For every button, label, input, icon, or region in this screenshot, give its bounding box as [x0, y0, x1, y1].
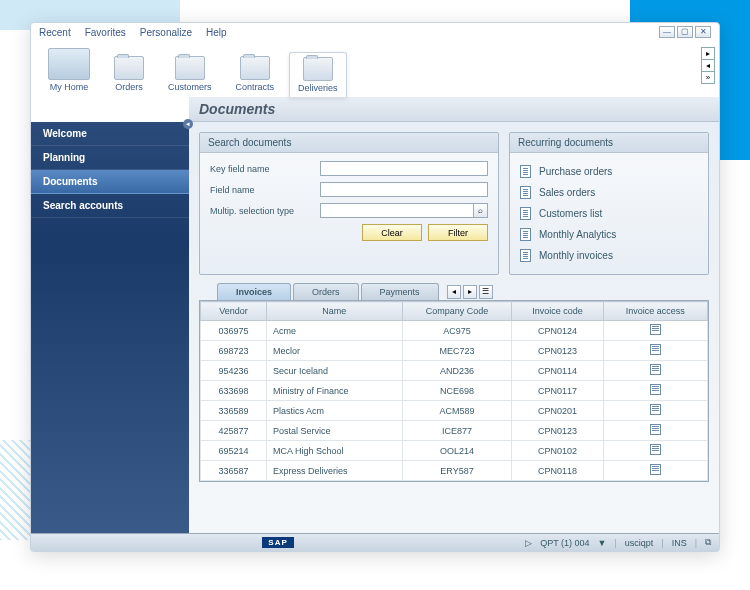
field-name-input[interactable]	[320, 182, 488, 197]
key-field-input[interactable]	[320, 161, 488, 176]
field-name-label: Field name	[210, 185, 320, 195]
nav-more-icon[interactable]: »	[702, 72, 714, 83]
document-icon	[520, 207, 531, 220]
recurring-header: Recurring documents	[510, 133, 708, 153]
column-header[interactable]: Invoice access	[603, 302, 707, 321]
column-header[interactable]: Vendor	[201, 302, 267, 321]
sidebar-item-planning[interactable]: Planning	[31, 146, 189, 170]
close-button[interactable]: ✕	[695, 26, 711, 38]
sidebar-item-search-accounts[interactable]: Search accounts	[31, 194, 189, 218]
toolbar-orders-label: Orders	[115, 82, 143, 92]
table-row[interactable]: 698723MeclorMEC723CPN0123	[201, 341, 708, 361]
access-icon[interactable]	[650, 404, 661, 415]
toolbar-myhome[interactable]: My Home	[39, 43, 99, 97]
cell-invoice: CPN0123	[512, 341, 603, 361]
toolbar-nav: ▸ ◂ »	[701, 47, 715, 84]
menu-favorites[interactable]: Favorites	[85, 27, 126, 38]
recurring-item[interactable]: Monthly invoices	[520, 245, 698, 266]
document-icon	[520, 249, 531, 262]
recurring-item-label: Monthly Analytics	[539, 229, 616, 240]
cell-vendor: 036975	[201, 321, 267, 341]
recurring-item[interactable]: Customers list	[520, 203, 698, 224]
nav-right-icon[interactable]: ▸	[702, 48, 714, 60]
toolbar-customers[interactable]: Customers	[159, 51, 221, 97]
folder-icon	[303, 57, 333, 81]
toolbar-myhome-label: My Home	[50, 82, 89, 92]
cell-name: Ministry of Finance	[266, 381, 402, 401]
nav-left-icon[interactable]: ◂	[702, 60, 714, 72]
toolbar-customers-label: Customers	[168, 82, 212, 92]
sidebar-collapse-button[interactable]: ◂	[183, 119, 193, 129]
recurring-item-label: Sales orders	[539, 187, 595, 198]
recurring-item[interactable]: Purchase orders	[520, 161, 698, 182]
recurring-item-label: Purchase orders	[539, 166, 612, 177]
status-expand-icon[interactable]: ⧉	[705, 537, 711, 548]
sidebar-item-documents[interactable]: Documents	[31, 170, 189, 194]
cell-vendor: 336587	[201, 461, 267, 481]
access-icon[interactable]	[650, 464, 661, 475]
column-header[interactable]: Name	[266, 302, 402, 321]
table-row[interactable]: 036975AcmeAC975CPN0124	[201, 321, 708, 341]
tab-invoices[interactable]: Invoices	[217, 283, 291, 300]
access-icon[interactable]	[650, 424, 661, 435]
sap-logo: SAP	[262, 537, 293, 548]
table-row[interactable]: 336589Plastics AcmACM589CPN0201	[201, 401, 708, 421]
folder-icon	[240, 56, 270, 80]
access-icon[interactable]	[650, 344, 661, 355]
access-icon[interactable]	[650, 384, 661, 395]
column-header[interactable]: Company Code	[402, 302, 512, 321]
menu-help[interactable]: Help	[206, 27, 227, 38]
minimize-button[interactable]: —	[659, 26, 675, 38]
cell-invoice: CPN0123	[512, 421, 603, 441]
status-dropdown-icon[interactable]: ▼	[598, 538, 607, 548]
toolbar-contracts-label: Contracts	[236, 82, 275, 92]
cell-vendor: 698723	[201, 341, 267, 361]
menu-recent[interactable]: Recent	[39, 27, 71, 38]
sidebar-item-welcome[interactable]: Welcome	[31, 122, 189, 146]
recurring-item[interactable]: Sales orders	[520, 182, 698, 203]
tab-list-icon[interactable]: ☰	[479, 285, 493, 299]
tab-orders[interactable]: Orders	[293, 283, 359, 300]
column-header[interactable]: Invoice code	[512, 302, 603, 321]
search-panel: Search documents Key field name Field na…	[199, 132, 499, 275]
table-row[interactable]: 954236Secur IcelandAND236CPN0114	[201, 361, 708, 381]
cell-company: MEC723	[402, 341, 512, 361]
cell-vendor: 336589	[201, 401, 267, 421]
access-icon[interactable]	[650, 364, 661, 375]
cell-company: NCE698	[402, 381, 512, 401]
filter-button[interactable]: Filter	[428, 224, 488, 241]
toolbar-orders[interactable]: Orders	[105, 51, 153, 97]
toolbar: My Home Orders Customers Contracts Deliv…	[31, 41, 719, 97]
recurring-item-label: Customers list	[539, 208, 602, 219]
recurring-panel: Recurring documents Purchase ordersSales…	[509, 132, 709, 275]
tab-prev-icon[interactable]: ◂	[447, 285, 461, 299]
cell-vendor: 954236	[201, 361, 267, 381]
cell-invoice: CPN0102	[512, 441, 603, 461]
recurring-item[interactable]: Monthly Analytics	[520, 224, 698, 245]
table-row[interactable]: 425877Postal ServiceICE877CPN0123	[201, 421, 708, 441]
tab-payments[interactable]: Payments	[361, 283, 439, 300]
table-row[interactable]: 695214MCA High SchoolOOL214CPN0102	[201, 441, 708, 461]
toolbar-deliveries[interactable]: Deliveries	[289, 52, 347, 97]
cell-company: OOL214	[402, 441, 512, 461]
status-client: usciqpt	[625, 538, 654, 548]
lookup-icon[interactable]: ⌕	[474, 203, 488, 218]
tab-next-icon[interactable]: ▸	[463, 285, 477, 299]
cell-company: AND236	[402, 361, 512, 381]
cell-vendor: 633698	[201, 381, 267, 401]
menu-personalize[interactable]: Personalize	[140, 27, 192, 38]
cell-name: Plastics Acm	[266, 401, 402, 421]
maximize-button[interactable]: ▢	[677, 26, 693, 38]
cell-company: ICE877	[402, 421, 512, 441]
table-row[interactable]: 336587Express DeliveriesERY587CPN0118	[201, 461, 708, 481]
multip-input[interactable]	[320, 203, 474, 218]
clear-button[interactable]: Clear	[362, 224, 422, 241]
table-row[interactable]: 633698Ministry of FinanceNCE698CPN0117	[201, 381, 708, 401]
access-icon[interactable]	[650, 444, 661, 455]
status-play-icon[interactable]: ▷	[525, 538, 532, 548]
toolbar-contracts[interactable]: Contracts	[227, 51, 284, 97]
access-icon[interactable]	[650, 324, 661, 335]
cell-vendor: 425877	[201, 421, 267, 441]
folder-icon	[114, 56, 144, 80]
multip-label: Multip. selection type	[210, 206, 320, 216]
